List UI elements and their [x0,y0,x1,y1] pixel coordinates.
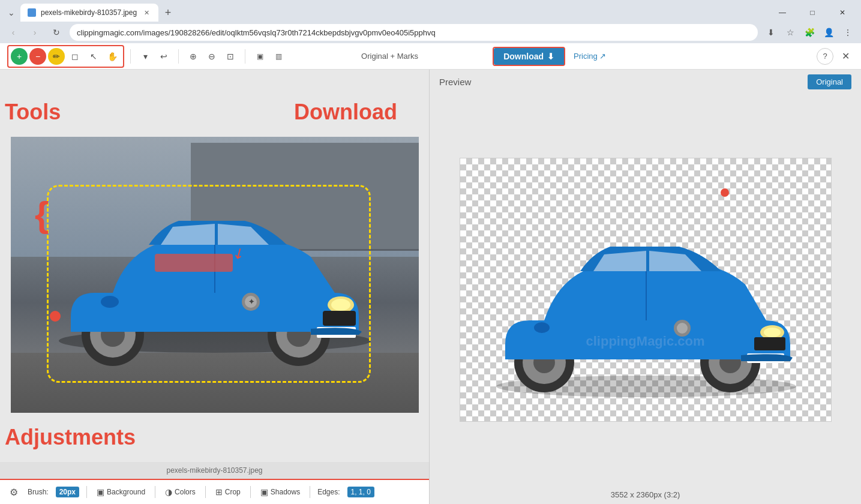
left-panel: Tools Download [0,70,430,504]
new-tab-button[interactable]: + [161,5,175,20]
background-icon: ▣ [97,487,104,497]
red-dot-annotation [50,311,61,322]
menu-button[interactable]: ⋮ [839,24,856,41]
pricing-icon: ↗ [599,52,606,61]
settings-button[interactable]: ⚙ [7,485,20,499]
app: + − ✏ ◻ ↖ ✋ ▾ ↩ ⊕ ⊖ ⊡ ▣ ▥ Original + Mar… [0,43,861,504]
brush-label: Brush: [28,488,49,496]
bottom-sep-1 [86,486,87,498]
brush-size-badge: 20px [56,487,79,497]
canvas-area[interactable]: ✦ } ↙ [0,70,429,462]
active-tab[interactable]: pexels-mikebirdy-810357.jpeg ✕ [20,4,158,22]
shadows-icon: ▣ [260,487,268,497]
svg-point-15 [101,296,119,308]
eraser-tool-button[interactable]: ◻ [67,48,83,65]
watermark: clippingMagic.com [586,334,704,349]
view-mode-group: ▣ ▥ [251,48,287,65]
view-mode-label: Original + Marks [361,52,418,61]
maximize-button[interactable]: □ [799,4,826,22]
tab-bar: ⌄ pexels-mikebirdy-810357.jpeg ✕ + — □ ✕ [0,0,861,22]
refresh-button[interactable]: ↻ [48,24,65,41]
extensions-button[interactable]: 🧩 [801,24,818,41]
file-info: pexels-mikebirdy-810357.jpeg [0,462,429,479]
address-input[interactable] [70,24,758,41]
download-group: Download ⬇ [493,47,565,66]
browser-chrome: ⌄ pexels-mikebirdy-810357.jpeg ✕ + — □ ✕… [0,0,861,43]
tab-list-button[interactable]: ⌄ [5,6,18,19]
colors-icon: ◑ [165,487,172,497]
view-group: ▾ ↩ [137,48,172,65]
zoom-group: ⊕ ⊖ ⊡ [185,48,239,65]
toolbar-middle: Original + Marks [290,52,489,61]
tab-close-button[interactable]: ✕ [142,8,151,17]
tab-favicon [28,8,36,17]
remove-tool-button[interactable]: − [29,48,46,65]
undo-button[interactable]: ↩ [155,48,172,65]
crop-tool[interactable]: ⊞ Crop [213,486,243,498]
download-label: Download [503,52,544,61]
crop-label: Crop [225,488,241,496]
background-label: Background [107,488,145,496]
color-tool-button[interactable]: ✏ [48,48,65,65]
edges-value: 1, 1, 0 [347,487,374,497]
forward-button[interactable]: › [26,24,43,41]
red-rect-annotation [155,254,233,272]
svg-point-28 [677,323,688,334]
window-controls: — □ ✕ [769,4,856,22]
bottom-sep-4 [250,486,251,498]
preview-canvas-container: clippingMagic.com [460,158,832,422]
shadows-label: Shadows [271,488,300,496]
filename-label: pexels-mikebirdy-810357.jpeg [166,466,262,475]
preview-canvas[interactable]: clippingMagic.com [460,158,832,422]
separator-2 [178,49,179,64]
shadows-tool[interactable]: ▣ Shadows [258,486,302,498]
separator-3 [245,49,245,64]
svg-point-9 [331,299,350,311]
profile-button[interactable]: 👤 [820,24,837,41]
dropdown-button[interactable]: ▾ [137,48,154,65]
view-mode-btn-2[interactable]: ▥ [270,48,287,65]
edges-label: Edges: [317,488,340,496]
svg-point-25 [764,328,781,337]
download-icon: ⬇ [547,52,554,61]
minimize-button[interactable]: — [769,4,796,22]
svg-point-30 [534,322,550,333]
pan-tool-button[interactable]: ✋ [104,48,121,65]
pricing-button[interactable]: Pricing ↗ [569,52,611,61]
help-button[interactable]: ? [817,48,833,65]
zoom-in-button[interactable]: ⊕ [185,48,202,65]
preview-area: clippingMagic.com [430,94,861,485]
add-tool-button[interactable]: + [11,48,28,65]
bookmark-button[interactable]: ☆ [782,24,799,41]
toolbar: + − ✏ ◻ ↖ ✋ ▾ ↩ ⊕ ⊖ ⊡ ▣ ▥ Original + Mar… [0,43,861,70]
bottom-toolbar: ⚙ Brush: 20px ▣ Background ◑ Colors ⊞ Cr… [0,479,429,504]
background-tool[interactable]: ▣ Background [94,486,148,498]
close-editor-button[interactable]: ✕ [837,48,854,65]
preview-dimensions: 3552 x 2360px (3:2) [430,485,861,504]
original-button[interactable]: Original [808,74,851,89]
right-panel: Preview Original [430,70,861,504]
main-content: Tools Download [0,70,861,504]
bottom-sep-3 [205,486,206,498]
tab-title: pexels-mikebirdy-810357.jpeg [41,8,137,17]
download-button[interactable]: Download ⬇ [494,48,564,65]
download-page-button[interactable]: ⬇ [763,24,779,41]
tools-group: + − ✏ ◻ ↖ ✋ [7,45,124,68]
svg-rect-26 [754,337,785,350]
browser-actions: ⬇ ☆ 🧩 👤 ⋮ [763,24,856,41]
colors-tool[interactable]: ◑ Colors [163,486,198,498]
fit-button[interactable]: ⊡ [222,48,239,65]
select-tool-button[interactable]: ↖ [85,48,102,65]
close-window-button[interactable]: ✕ [829,4,856,22]
car-image: ✦ [35,173,395,377]
preview-red-dot [721,188,729,197]
preview-car-image [472,164,820,410]
pricing-label: Pricing [574,52,598,61]
back-button[interactable]: ‹ [5,24,22,41]
zoom-out-button[interactable]: ⊖ [203,48,220,65]
view-mode-btn-1[interactable]: ▣ [251,48,268,65]
address-bar: ‹ › ↻ ⬇ ☆ 🧩 👤 ⋮ [0,22,861,43]
bottom-sep-2 [155,486,155,498]
crop-icon: ⊞ [215,487,223,497]
colors-label: Colors [175,488,196,496]
